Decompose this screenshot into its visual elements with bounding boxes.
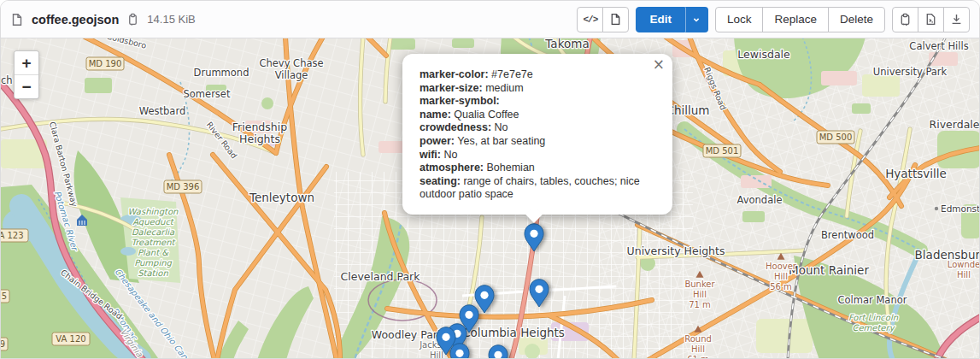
file-name: coffee.geojson — [32, 13, 119, 26]
hill-label-hoover-2: Hill — [774, 272, 788, 281]
hill-label-round-2: Hill — [691, 344, 705, 354]
copy-to-clipboard-icon — [899, 13, 912, 26]
map-zoom-control: + − — [14, 50, 39, 99]
map-label-avondale: Avondale — [737, 194, 783, 206]
aqueduct-label-4: Treatment — [132, 238, 177, 247]
file-utility-group — [892, 7, 970, 32]
map-label-westbard: Westbard — [139, 105, 185, 117]
edit-dropdown-button[interactable] — [685, 7, 708, 32]
popup-close-icon[interactable]: × — [653, 57, 665, 72]
svg-text:9: 9 — [1, 339, 5, 349]
map-label-friendship-2: Heights — [239, 132, 280, 145]
svg-text:MD 501: MD 501 — [706, 146, 739, 156]
document-code-icon — [924, 13, 937, 26]
aqueduct-label-6: Pumping — [134, 258, 172, 268]
chevron-down-icon — [691, 15, 701, 25]
map-label-friendship-1: Friendship — [232, 121, 287, 133]
aqueduct-label-1: Washington — [128, 207, 179, 217]
zoom-in-button[interactable]: + — [15, 51, 38, 74]
map-canvas[interactable]: MD 190 MD 396 MD 500 MD 501 VA 120 A 123… — [1, 38, 979, 358]
map-label-university-park: University Park — [873, 66, 948, 78]
code-icon: </> — [584, 15, 598, 25]
file-action-group: Lock Replace Delete — [715, 7, 885, 32]
header-actions: </> Edit Lock Replace Delete — [577, 7, 970, 32]
svg-text:5: 5 — [2, 291, 7, 301]
map-label-chevy-chase-1: Chevy Chase — [259, 57, 323, 69]
route-shield-md500: MD 500 — [817, 131, 854, 144]
hill-label-lownde-2: Hill — [957, 270, 971, 280]
route-shield-partial-top: 5 — [1, 290, 9, 303]
open-raw-button[interactable] — [918, 7, 944, 32]
document-icon — [609, 13, 622, 26]
file-size: 14.15 KiB — [147, 13, 195, 26]
map-label-jackso-hill: Hill — [430, 350, 443, 358]
popup-field-atmosphere: atmosphere: Bohemian — [420, 162, 655, 175]
delete-button[interactable]: Delete — [828, 7, 885, 32]
hill-label-round-1: Round — [684, 334, 712, 344]
map-label-cleveland-park: Cleveland Park — [341, 270, 421, 283]
hill-label-bunker-2: Hill — [693, 290, 707, 299]
hill-label-lownde-1: Lownde — [948, 260, 979, 269]
map-marker[interactable] — [450, 344, 469, 358]
fort-lincoln-label-2: Cemetery — [852, 323, 895, 333]
display-source-button[interactable]: </> — [577, 7, 603, 32]
map-label-drummond: Drummond — [194, 67, 249, 79]
map-label-lewisdale: Lewisdale — [737, 48, 790, 61]
copy-file-path-icon[interactable] — [126, 13, 139, 26]
map-label-columbia-heights: Columbia Heights — [462, 326, 565, 339]
download-button[interactable] — [943, 7, 970, 32]
map-label-chevy-chase-2: Village — [275, 69, 308, 81]
lock-button[interactable]: Lock — [715, 7, 764, 32]
hill-label-hoover-elev: 56 m — [770, 282, 792, 291]
map-label-takoma: Takoma — [544, 38, 589, 50]
map-label-hyattsville: Hyattsville — [885, 167, 947, 180]
popup-field-wifi: wifi: No — [420, 149, 655, 162]
edmonston-place-dot — [935, 207, 938, 210]
file-header: coffee.geojson 14.15 KiB </> Edit Lock R… — [1, 1, 979, 38]
document-icon — [10, 13, 24, 26]
copy-contents-button[interactable] — [892, 7, 918, 32]
route-shield-partial-bottom: 9 — [1, 338, 8, 350]
aqueduct-label-2: Aqueduct — [132, 217, 175, 227]
popup-field-name: name: Qualia Coffee — [420, 109, 655, 122]
file-info: coffee.geojson 14.15 KiB — [10, 13, 196, 26]
map-label-tenleytown: Tenleytown — [249, 191, 314, 204]
feature-popup: × marker-color: #7e7e7e marker-size: med… — [402, 54, 672, 215]
map-label-colmar-manor: Colmar Manor — [838, 294, 907, 306]
hill-label-bunker-elev: 71 m — [689, 300, 711, 309]
popup-field-crowdedness: crowdedness: No — [420, 121, 655, 135]
route-shield-va123: A 123 — [1, 229, 28, 242]
route-shield-md396: MD 396 — [164, 180, 202, 193]
aqueduct-label-5: Plant & — [138, 248, 169, 257]
map-label-woodley-park: Woodley Park — [372, 328, 444, 341]
hill-label-bunker-1: Bunker — [684, 280, 715, 289]
popup-field-seating: seating: range of chairs, tables, couche… — [420, 175, 655, 202]
svg-text:A 123: A 123 — [1, 231, 24, 240]
fort-lincoln-label-1: Fort Lincoln — [848, 313, 899, 322]
zoom-out-button[interactable]: − — [15, 74, 38, 98]
map-label-edmonston: Edmonston — [941, 203, 979, 214]
map-label-brentwood: Brentwood — [821, 229, 874, 241]
route-shield-va120: VA 120 — [52, 333, 90, 345]
view-toggle-group: </> — [577, 7, 629, 32]
replace-button[interactable]: Replace — [762, 7, 829, 32]
svg-text:MD 500: MD 500 — [819, 132, 853, 142]
aqueduct-label-3: Dalecarlia — [132, 227, 175, 237]
popup-field-marker-symbol: marker-symbol: — [420, 95, 655, 109]
aqueduct-label-7: Station — [138, 268, 168, 278]
route-shield-md190: MD 190 — [86, 57, 124, 70]
hill-label-hoover-1: Hoover — [766, 262, 797, 271]
svg-text:MD 396: MD 396 — [167, 182, 200, 191]
map-label-riverdale: Riverdale — [930, 118, 979, 131]
map-label-chillum: Chillum — [666, 103, 710, 117]
edit-button[interactable]: Edit — [636, 7, 685, 32]
svg-text:MD 190: MD 190 — [89, 59, 122, 68]
map-label-somerset: Somerset — [184, 88, 231, 100]
route-shield-md501: MD 501 — [703, 144, 741, 157]
display-rendered-button[interactable] — [602, 7, 629, 32]
popup-field-power: power: Yes, at bar seating — [420, 135, 655, 149]
hill-label-round-elev: 61 m — [687, 355, 709, 358]
svg-text:VA 120: VA 120 — [56, 334, 85, 344]
map-label-cut-fragment: ch — [1, 74, 13, 86]
popup-field-marker-size: marker-size: medium — [420, 82, 655, 96]
